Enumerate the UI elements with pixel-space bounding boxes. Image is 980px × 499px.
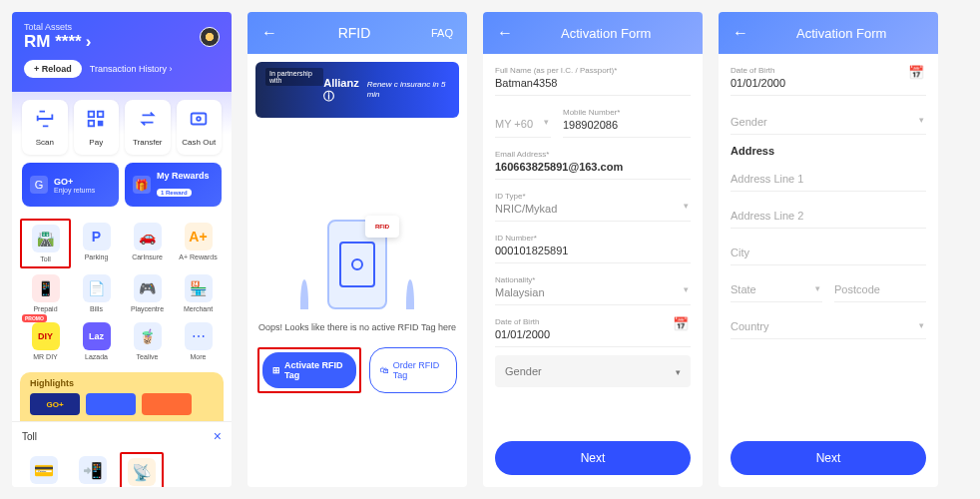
prepaid-icon: 📱: [32, 274, 60, 302]
merchant-icon: 🏪: [185, 274, 213, 302]
order-rfid-button[interactable]: 🛍 Order RFID Tag: [369, 347, 457, 393]
highlights-section: Highlights GO+: [20, 372, 224, 421]
gender-select[interactable]: Gender: [495, 355, 691, 387]
chevron-right-icon: [86, 32, 92, 52]
chevron-down-icon: [815, 282, 820, 293]
dob-field[interactable]: Date of Birth 01/01/2000 📅: [731, 62, 926, 96]
rfid-illustration: RFID: [302, 220, 412, 309]
grid-bills[interactable]: 📄 Bills: [71, 270, 122, 316]
city-field[interactable]: City: [731, 237, 926, 265]
sheet-rfid[interactable]: 📡 RFID: [120, 452, 164, 487]
close-icon[interactable]: ×: [214, 428, 222, 444]
rfid-header: ← RFID FAQ: [247, 12, 467, 54]
empty-message: Oops! Looks like there is no active RFID…: [258, 321, 456, 334]
screen-activation-1: ← Activation Form Full Name (as per I.C.…: [483, 12, 703, 487]
car-icon: 🚗: [134, 223, 162, 250]
services-grid: 🛣️ Toll P Parking 🚗 CarInsure A+ A+ Rewa…: [12, 215, 232, 368]
toll-icon: 🛣️: [32, 225, 60, 252]
faq-link[interactable]: FAQ: [431, 27, 453, 39]
allianz-banner[interactable]: In partnership with Allianz ⓘ Renew c in…: [255, 62, 459, 118]
banner-tagline: Renew c insuranc in 5 min: [367, 80, 449, 99]
back-icon[interactable]: ←: [733, 24, 748, 42]
bills-icon: 📄: [83, 274, 111, 302]
paydirect-icon: 📲: [79, 456, 107, 484]
grid-more[interactable]: ⋯ More: [173, 318, 224, 364]
scan-action[interactable]: Scan: [22, 100, 68, 155]
chevron-down-icon: [919, 319, 924, 330]
rewards-card[interactable]: 🎁 My Rewards 1 Reward: [125, 163, 222, 207]
tealive-icon: 🧋: [134, 322, 162, 350]
nationality-select[interactable]: Nationality* Malaysian: [495, 271, 691, 305]
pay-action[interactable]: Pay: [74, 100, 120, 155]
chevron-down-icon: [919, 114, 924, 125]
highlight-card[interactable]: [86, 393, 136, 415]
rfid-icon: 📡: [128, 458, 156, 486]
scan-icon: ⊞: [272, 365, 280, 375]
reload-button[interactable]: + Reload: [24, 60, 82, 78]
country-code-select[interactable]: MY +60: [495, 104, 551, 138]
promo-badge: PROMO: [22, 314, 47, 322]
sheet-paydirect[interactable]: 📲 PayDirect: [72, 452, 114, 487]
back-icon[interactable]: ←: [497, 24, 513, 42]
activate-rfid-button[interactable]: ⊞ Activate RFID Tag: [262, 352, 356, 388]
scan-icon: [34, 108, 56, 130]
quick-actions: Scan Pay Transfer Cash Out: [12, 92, 232, 163]
qr-icon: [85, 108, 107, 130]
screen-rfid: ← RFID FAQ In partnership with Allianz ⓘ…: [247, 12, 467, 487]
sheet-title: Toll: [22, 431, 37, 442]
grid-arewards[interactable]: A+ A+ Rewards: [173, 219, 224, 268]
total-assets-label: Total Assets: [24, 22, 91, 32]
grid-carinsure[interactable]: 🚗 CarInsure: [122, 219, 173, 268]
grid-playcentre[interactable]: 🎮 Playcentre: [122, 270, 173, 316]
address1-field[interactable]: Address Line 1: [731, 163, 926, 192]
email-field[interactable]: Email Address* 160663825891@163.com: [495, 146, 691, 180]
mrdiy-icon: DIY: [32, 322, 60, 350]
back-icon[interactable]: ←: [261, 24, 277, 42]
idtype-select[interactable]: ID Type* NRIC/Mykad: [495, 188, 691, 222]
transaction-history-link[interactable]: Transaction History ›: [90, 64, 173, 74]
grid-merchant[interactable]: 🏪 Merchant: [173, 270, 224, 316]
cashout-action[interactable]: Cash Out: [177, 100, 223, 155]
grid-tealive[interactable]: 🧋 Tealive: [122, 318, 173, 364]
lazada-icon: Laz: [83, 322, 111, 350]
highlight-card[interactable]: GO+: [30, 393, 80, 415]
go-plus-card[interactable]: G GO+ Enjoy returns: [22, 163, 119, 207]
grid-toll[interactable]: 🛣️ Toll: [20, 219, 71, 268]
grid-lazada[interactable]: Laz Lazada: [71, 318, 122, 364]
go-icon: G: [30, 176, 48, 194]
screen-activation-2: ← Activation Form Date of Birth 01/01/20…: [719, 12, 938, 487]
banner-partner-label: In partnership with: [265, 68, 323, 86]
balance[interactable]: RM ****: [24, 32, 91, 52]
state-select[interactable]: State: [731, 273, 822, 302]
gender-select[interactable]: Gender: [731, 104, 926, 135]
address2-field[interactable]: Address Line 2: [731, 200, 926, 229]
rfid-bubble: RFID: [365, 216, 399, 238]
mobile-field[interactable]: Mobile Number* 198902086: [563, 104, 691, 138]
allianz-logo: Allianz ⓘ: [323, 77, 366, 104]
svg-rect-6: [192, 114, 207, 125]
calendar-icon: 📅: [908, 65, 924, 80]
dob-field[interactable]: Date of Birth 01/01/2000 📅: [495, 313, 691, 347]
gift-icon: 🎁: [133, 176, 151, 194]
grid-prepaid[interactable]: 📱 Prepaid: [20, 270, 71, 316]
transfer-action[interactable]: Transfer: [125, 100, 171, 155]
avatar[interactable]: [200, 27, 220, 47]
sheet-tngcard[interactable]: 💳 TNG Card: [22, 452, 66, 487]
more-icon: ⋯: [185, 322, 213, 350]
next-button[interactable]: Next: [495, 441, 691, 475]
fullname-field[interactable]: Full Name (as per I.C. / Passport)* Batm…: [495, 62, 691, 96]
grid-parking[interactable]: P Parking: [71, 219, 122, 268]
country-select[interactable]: Country: [731, 310, 926, 339]
chevron-down-icon: [544, 115, 549, 126]
postcode-field[interactable]: Postcode: [834, 273, 926, 302]
highlight-card[interactable]: [142, 393, 192, 415]
idnumber-field[interactable]: ID Number* 000101825891: [495, 230, 691, 263]
bag-icon: 🛍: [380, 365, 389, 375]
home-header: Total Assets RM **** + Reload Transactio…: [12, 12, 232, 92]
next-button[interactable]: Next: [731, 441, 926, 475]
page-title: Activation Form: [561, 26, 651, 41]
parking-icon: P: [83, 223, 111, 250]
svg-rect-3: [98, 112, 104, 118]
svg-rect-4: [89, 121, 95, 127]
grid-mrdiy[interactable]: PROMO DIY MR DIY: [20, 318, 71, 364]
